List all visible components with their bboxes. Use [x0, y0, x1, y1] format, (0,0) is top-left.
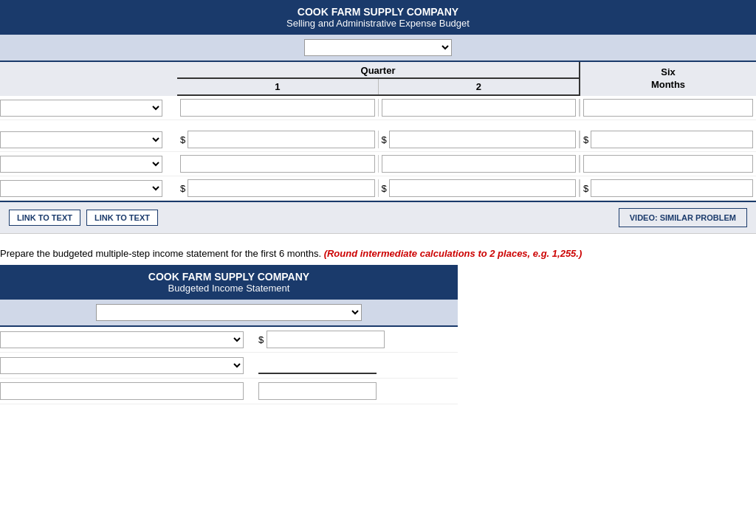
header-dropdown-row	[0, 35, 756, 62]
bottom-company-header: COOK FARM SUPPLY COMPANY Budgeted Income…	[0, 265, 458, 300]
bottom-company-block: COOK FARM SUPPLY COMPANY Budgeted Income…	[0, 265, 458, 404]
company-name: COOK FARM SUPPLY COMPANY	[7, 6, 749, 18]
row-label-cell	[0, 100, 177, 117]
toolbar: LINK TO TEXT LINK TO TEXT VIDEO: SIMILAR…	[0, 201, 756, 233]
section-separator	[0, 233, 756, 241]
quarter-nums-row: 1 2	[177, 79, 579, 94]
bottom-section: Prepare the budgeted multiple-step incom…	[0, 241, 756, 404]
brow1-dropdown[interactable]	[0, 331, 244, 348]
bottom-row-label	[0, 331, 258, 348]
q2-header: 2	[379, 79, 580, 94]
row-inputs	[177, 155, 579, 173]
bottom-budget-title: Budgeted Income Statement	[7, 283, 450, 294]
row-inputs	[177, 99, 579, 117]
row2-q2-input[interactable]	[389, 131, 576, 148]
row1-dropdown[interactable]	[0, 100, 162, 117]
row-inputs: $ $	[177, 131, 579, 148]
row1-q1-input[interactable]	[180, 99, 375, 117]
bottom-table-row: $	[0, 327, 458, 353]
dollar-sign: $	[382, 134, 387, 145]
quarter-block: Quarter 1 2	[177, 62, 579, 96]
link-to-text-button-2[interactable]: LINK TO TEXT	[86, 210, 158, 226]
q1-cell: $	[177, 179, 379, 197]
q2-cell: $	[379, 131, 580, 148]
dollar-sign: $	[382, 183, 387, 194]
row1-six-cell	[579, 99, 756, 117]
dollar-sign: $	[180, 134, 185, 145]
bottom-company-name: COOK FARM SUPPLY COMPANY	[7, 271, 450, 283]
row3-q2-input[interactable]	[382, 155, 577, 173]
row3-six-cell	[579, 155, 756, 173]
bottom-row-label	[0, 382, 258, 400]
table-row	[0, 152, 756, 176]
bottom-table-row	[0, 379, 458, 404]
row3-q1-input[interactable]	[180, 155, 375, 173]
brow2-dropdown[interactable]	[0, 357, 244, 374]
video-similar-problem-button[interactable]: VIDEO: SIMILAR PROBLEM	[619, 208, 747, 227]
col-headers-outer: Quarter 1 2 SixMonths	[0, 62, 756, 96]
row3-dropdown[interactable]	[0, 156, 162, 173]
q2-cell	[379, 99, 580, 117]
quarter-title: Quarter	[361, 65, 396, 76]
row4-q2-input[interactable]	[389, 179, 576, 197]
dollar-sign: $	[258, 334, 264, 345]
row-label-cell	[0, 131, 177, 148]
row1-q2-input[interactable]	[382, 99, 577, 117]
row4-six-input[interactable]	[591, 179, 753, 197]
instruction-highlight: (Round intermediate calculations to 2 pl…	[324, 248, 583, 259]
row2-dropdown[interactable]	[0, 131, 162, 148]
table-row: $ $ $	[0, 128, 756, 152]
table-row	[0, 96, 756, 120]
toolbar-left: LINK TO TEXT LINK TO TEXT	[9, 210, 158, 226]
brow2-input[interactable]	[258, 356, 377, 374]
data-rows: $ $ $	[0, 96, 756, 201]
row4-dropdown[interactable]	[0, 180, 162, 197]
row-label-cell	[0, 156, 177, 173]
col-headers-wrapper: Quarter 1 2 SixMonths	[0, 62, 756, 96]
label-spacer	[0, 62, 177, 96]
bottom-table-row	[0, 353, 458, 379]
q1-cell: $	[177, 131, 379, 148]
link-to-text-button-1[interactable]: LINK TO TEXT	[9, 210, 80, 226]
dollar-sign: $	[583, 134, 588, 145]
table-row: $ $ $	[0, 176, 756, 201]
top-section: COOK FARM SUPPLY COMPANY Selling and Adm…	[0, 0, 756, 233]
header-dropdown[interactable]	[304, 39, 452, 56]
budget-title: Selling and Administrative Expense Budge…	[7, 18, 749, 29]
company-header: COOK FARM SUPPLY COMPANY Selling and Adm…	[0, 0, 756, 35]
row-inputs: $ $	[177, 179, 579, 197]
q2-cell	[379, 155, 580, 173]
dollar-sign: $	[180, 183, 185, 194]
row2-q1-input[interactable]	[188, 131, 374, 148]
instruction-plain: Prepare the budgeted multiple-step incom…	[0, 248, 321, 259]
row2-six-cell: $	[579, 131, 756, 148]
q1-cell	[177, 99, 379, 117]
six-months-header: SixMonths	[579, 62, 756, 96]
row4-q1-input[interactable]	[188, 179, 374, 197]
brow3-input[interactable]	[258, 382, 377, 400]
bottom-header-dropdown[interactable]	[96, 304, 362, 321]
q2-cell: $	[379, 179, 580, 197]
bottom-header-dropdown-row	[0, 300, 458, 327]
bottom-row-label	[0, 357, 258, 374]
q1-header: 1	[177, 79, 379, 94]
instruction-text: Prepare the budgeted multiple-step incom…	[0, 241, 756, 265]
dollar-sign: $	[583, 183, 588, 194]
row4-six-cell: $	[579, 179, 756, 197]
row-label-cell	[0, 180, 177, 197]
row2-six-input[interactable]	[591, 131, 753, 148]
quarter-title-row: Quarter	[177, 62, 579, 79]
row1-six-input[interactable]	[583, 99, 753, 117]
q1-cell	[177, 155, 379, 173]
spacer	[0, 120, 756, 128]
brow1-input[interactable]	[267, 331, 385, 348]
bottom-data-rows: $	[0, 327, 458, 404]
row3-six-input[interactable]	[583, 155, 753, 173]
